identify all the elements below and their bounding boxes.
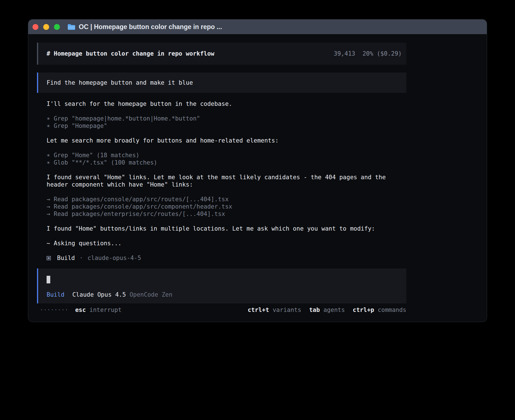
provider-label: OpenCode Zen xyxy=(130,291,173,298)
shortcut-key: ctrl+p xyxy=(353,307,374,313)
assistant-response: I'll search for the homepage button in t… xyxy=(37,100,406,262)
spinner-dots: ········ xyxy=(40,306,68,314)
glob-icon: ∗ xyxy=(47,159,50,166)
tool-call-label: Glob "**/*.tsx" (100 matches) xyxy=(54,159,157,166)
user-message: Find the homepage button and make it blu… xyxy=(37,73,406,93)
assistant-text: I found several "Home" links. Let me loo… xyxy=(47,174,406,188)
tool-call: → Read packages/enterprise/src/routes/[.… xyxy=(47,210,406,218)
shortcut-interrupt: esc interrupt xyxy=(75,306,121,314)
session-header: # Homepage button color change in repo w… xyxy=(37,43,406,65)
grep-icon: ∗ xyxy=(47,152,50,159)
grep-icon: ∗ xyxy=(47,123,50,129)
shortcut-key: ctrl+t xyxy=(248,307,269,313)
tool-call: → Read packages/console/app/src/routes/[… xyxy=(47,196,406,203)
folder-icon xyxy=(67,24,75,30)
tool-call: → Read packages/console/app/src/componen… xyxy=(47,203,406,210)
shortcut-label: commands xyxy=(378,307,406,313)
separator-dot: · xyxy=(79,254,83,262)
user-message-text: Find the homepage button and make it blu… xyxy=(47,79,193,86)
text-cursor xyxy=(47,276,50,283)
traffic-lights xyxy=(32,24,60,30)
read-arrow-icon: → xyxy=(47,211,50,217)
close-button[interactable] xyxy=(32,24,38,30)
activity-status: ~ Asking questions... xyxy=(47,240,406,247)
shortcut-label: variants xyxy=(273,307,301,313)
context-usage: 20% ($0.29) xyxy=(363,50,402,57)
tool-call-label: Read packages/console/app/src/routes/[..… xyxy=(54,196,229,203)
tool-call-label: Grep "Home" (18 matches) xyxy=(54,152,139,159)
terminal-content: # Homepage button color change in repo w… xyxy=(28,34,487,314)
tool-call: ∗ Glob "**/*.tsx" (100 matches) xyxy=(47,159,406,166)
shortcut-key: esc xyxy=(75,307,86,313)
window-title: OC | Homepage button color change in rep… xyxy=(79,23,222,31)
assistant-text: I'll search for the homepage button in t… xyxy=(47,100,406,108)
shortcut-variants: ctrl+t variants xyxy=(248,306,301,314)
agent-square-icon xyxy=(47,256,51,260)
session-stats: 39,413 20% ($0.29) xyxy=(334,50,402,57)
terminal-window: OC | Homepage button color change in rep… xyxy=(28,19,487,322)
zoom-button[interactable] xyxy=(54,24,60,30)
agent-badge: Build · claude-opus-4-5 xyxy=(47,254,406,262)
window-titlebar: OC | Homepage button color change in rep… xyxy=(28,19,487,34)
status-bar: ········ esc interrupt ctrl+t variants t… xyxy=(37,306,406,314)
shortcut-commands: ctrl+p commands xyxy=(353,306,406,314)
tool-call-list: → Read packages/console/app/src/routes/[… xyxy=(47,196,406,218)
agent-name: Build xyxy=(57,254,75,262)
tool-call-list: ∗ Grep "homepage|home.*button|Home.*butt… xyxy=(47,115,406,130)
shortcut-label: agents xyxy=(323,307,345,313)
tool-call: ∗ Grep "Home" (18 matches) xyxy=(47,152,406,159)
read-arrow-icon: → xyxy=(47,196,50,203)
token-count: 39,413 xyxy=(334,50,355,57)
tool-call-label: Grep "Homepage" xyxy=(54,123,107,129)
input-status-line: Build Claude Opus 4.5 OpenCode Zen xyxy=(47,291,398,298)
grep-icon: ∗ xyxy=(47,115,50,122)
assistant-text: I found "Home" buttons/links in multiple… xyxy=(47,225,406,232)
tool-call-label: Read packages/console/app/src/component/… xyxy=(54,203,232,210)
model-id: claude-opus-4-5 xyxy=(88,254,141,262)
tool-call: ∗ Grep "homepage|home.*button|Home.*butt… xyxy=(47,115,406,122)
prompt-input[interactable]: Build Claude Opus 4.5 OpenCode Zen xyxy=(37,268,406,303)
shortcut-key: tab xyxy=(309,307,320,313)
active-agent-label: Build xyxy=(47,291,64,298)
active-model-label: Claude Opus 4.5 xyxy=(72,291,126,298)
tool-call-list: ∗ Grep "Home" (18 matches) ∗ Glob "**/*.… xyxy=(47,152,406,166)
session-title: # Homepage button color change in repo w… xyxy=(47,50,214,57)
minimize-button[interactable] xyxy=(43,24,49,30)
shortcut-agents: tab agents xyxy=(309,306,345,314)
tool-call: ∗ Grep "Homepage" xyxy=(47,122,406,130)
tool-call-label: Read packages/enterprise/src/routes/[...… xyxy=(54,211,225,217)
tool-call-label: Grep "homepage|home.*button|Home.*button… xyxy=(54,115,200,122)
assistant-text: Let me search more broadly for buttons a… xyxy=(47,137,406,144)
shortcut-label: interrupt xyxy=(90,307,122,313)
read-arrow-icon: → xyxy=(47,203,50,210)
window-title-group: OC | Homepage button color change in rep… xyxy=(67,23,222,31)
